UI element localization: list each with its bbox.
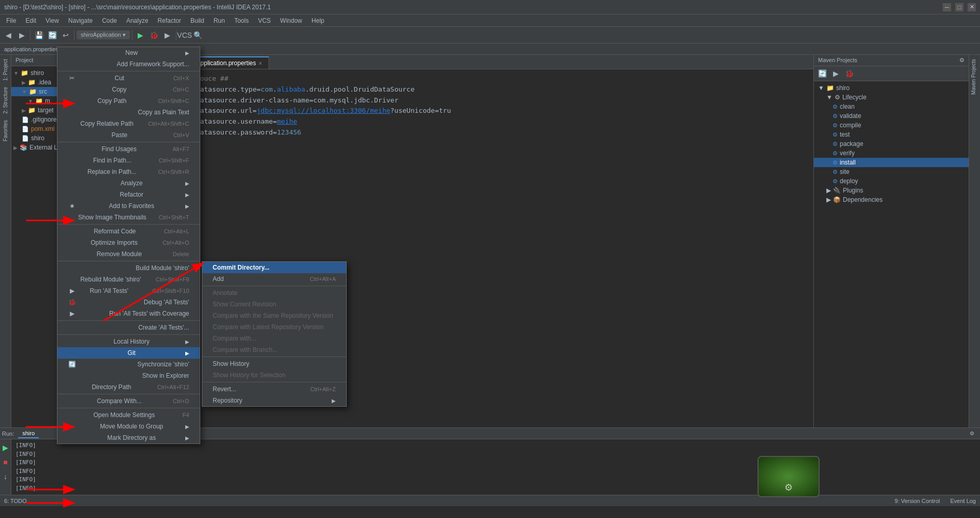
menu-analyze[interactable]: Analyze (122, 16, 153, 25)
stop-btn[interactable]: ■ (0, 456, 12, 468)
ctx-git[interactable]: Git ▶ (57, 347, 200, 359)
ctx-directory-path[interactable]: Directory Path Ctrl+Alt+F12 (57, 381, 200, 393)
ctx-copy[interactable]: Copy Ctrl+C (57, 84, 200, 95)
git-show-history[interactable]: Show History (202, 358, 346, 369)
run-config-selector[interactable]: shiroApplication ▾ (77, 31, 130, 39)
maven-item-validate[interactable]: ⚙ validate (814, 111, 969, 121)
vcs-button[interactable]: VCS (179, 29, 191, 41)
ctx-reformat[interactable]: Reformat Code Ctrl+Alt+L (57, 226, 200, 237)
maven-item-plugins[interactable]: ▶ 🔌 Plugins (814, 186, 969, 195)
ctx-local-history[interactable]: Local History ▶ (57, 336, 200, 347)
menu-refactor[interactable]: Refactor (154, 16, 185, 25)
ctx-copy-plain[interactable]: Copy as Plain Text (57, 107, 200, 118)
ctx-mark-dir[interactable]: Mark Directory as ▶ (57, 432, 200, 443)
ctx-add-favorites[interactable]: ★ Add to Favorites ▶ (57, 200, 200, 212)
maven-item-deps[interactable]: ▶ 📦 Dependencies (814, 195, 969, 204)
tab-project[interactable]: 1: Project (2, 57, 9, 83)
maven-item-test[interactable]: ⚙ test (814, 130, 969, 139)
menu-file[interactable]: File (2, 16, 20, 25)
toolbar-save[interactable]: 💾 (33, 29, 45, 41)
toolbar-sync[interactable]: 🔄 (46, 29, 58, 41)
toolbar-undo[interactable]: ↩ (60, 29, 72, 41)
menu-edit[interactable]: Edit (21, 16, 40, 25)
maven-item-deploy[interactable]: ⚙ deploy (814, 176, 969, 186)
ctx-remove-module[interactable]: Remove Module Delete (57, 248, 200, 260)
menu-navigate[interactable]: Navigate (64, 16, 97, 25)
ctx-find-path[interactable]: Find in Path... Ctrl+Shift+F (57, 155, 200, 166)
menu-vcs[interactable]: VCS (254, 16, 275, 25)
ctx-run-tests[interactable]: ▶ Run 'All Tests' Ctrl+Shift+F10 (57, 285, 200, 297)
maven-item-clean[interactable]: ⚙ clean (814, 102, 969, 111)
tab-properties-close[interactable]: ✕ (258, 61, 262, 66)
ctx-rebuild[interactable]: Rebuild Module 'shiro' Ctrl+Shift+F9 (57, 274, 200, 285)
sync-icon: 🔄 (68, 361, 76, 368)
minimize-button[interactable]: ─ (943, 3, 951, 11)
ctx-paste[interactable]: Paste Ctrl+V (57, 129, 200, 141)
git-add[interactable]: Add Ctrl+Alt+A (202, 273, 346, 285)
tab-structure[interactable]: 2: Structure (2, 85, 9, 116)
maximize-button[interactable]: □ (955, 3, 963, 11)
run-btn[interactable]: ▶ (0, 441, 12, 454)
git-commit-dir[interactable]: Commit Directory... (202, 262, 346, 273)
ctx-refactor[interactable]: Refactor ▶ (57, 189, 200, 200)
menu-view[interactable]: View (41, 16, 63, 25)
ctx-find-usages[interactable]: Find Usages Alt+F7 (57, 143, 200, 155)
todo-tab[interactable]: 6: TODO (4, 498, 27, 504)
ctx-copy-path[interactable]: Copy Path Ctrl+Shift+C (57, 95, 200, 107)
coverage-button[interactable]: ▶ (161, 29, 174, 41)
maven-item-package[interactable]: ⚙ package (814, 139, 969, 149)
scroll-end-btn[interactable]: ↓ (0, 470, 12, 483)
menu-window[interactable]: Window (276, 16, 306, 25)
toolbar-search[interactable]: 🔍 (192, 29, 204, 41)
ctx-shortcut: Ctrl+Shift+R (158, 169, 189, 175)
git-repository[interactable]: Repository ▶ (202, 395, 346, 406)
ctx-new[interactable]: New ▶ (57, 47, 200, 58)
ctx-create-tests[interactable]: Create 'All Tests'... (57, 322, 200, 333)
maven-debug[interactable]: 🐞 (843, 67, 855, 80)
maven-item-lifecycle[interactable]: ▼ ⚙ Lifecycle (814, 93, 969, 102)
ctx-add-framework[interactable]: Add Framework Support... (57, 58, 200, 70)
ctx-optimize[interactable]: Optimize Imports Ctrl+Alt+O (57, 237, 200, 248)
maven-item-site[interactable]: ⚙ site (814, 167, 969, 176)
toolbar-back[interactable]: ◀ (2, 29, 14, 41)
run-panel-settings[interactable]: ⚙ (966, 427, 978, 440)
version-control-tab[interactable]: 9: Version Control (895, 498, 940, 504)
tab-maven-right[interactable]: Maven Projects (969, 55, 980, 99)
submenu-arrow: ▶ (185, 350, 189, 356)
menu-help[interactable]: Help (307, 16, 329, 25)
maven-run[interactable]: ▶ (829, 67, 842, 80)
ctx-label: Build Module 'shiro' (136, 264, 189, 272)
ctx-replace-path[interactable]: Replace in Path... Ctrl+Shift+R (57, 166, 200, 177)
toolbar-forward[interactable]: ▶ (16, 29, 28, 41)
run-button[interactable]: ▶ (135, 29, 147, 41)
ctx-build[interactable]: Build Module 'shiro' (57, 262, 200, 274)
maven-item-compile[interactable]: ⚙ compile (814, 121, 969, 130)
maven-item-verify[interactable]: ⚙ verify (814, 149, 969, 158)
maven-panel-settings[interactable]: ⚙ (959, 57, 964, 64)
debug-button[interactable]: 🐞 (148, 29, 160, 41)
ctx-cut[interactable]: ✂ Cut Ctrl+X (57, 72, 200, 84)
ctx-move-module[interactable]: Move Module to Group ▶ (57, 421, 200, 432)
maven-refresh[interactable]: 🔄 (816, 67, 828, 80)
tab-favorites[interactable]: Favorites (2, 118, 9, 143)
maven-item-install[interactable]: ⚙ install (814, 158, 969, 167)
menu-code[interactable]: Code (98, 16, 121, 25)
ctx-analyze[interactable]: Analyze ▶ (57, 177, 200, 189)
close-button[interactable]: ✕ (968, 3, 976, 11)
ctx-show-image[interactable]: Show Image Thumbnails Ctrl+Shift+T (57, 212, 200, 223)
ctx-synchronize[interactable]: 🔄 Synchronize 'shiro' (57, 359, 200, 370)
git-revert[interactable]: Revert... Ctrl+Alt+Z (202, 383, 346, 395)
ctx-compare-with[interactable]: Compare With... Ctrl+D (57, 395, 200, 407)
maven-item-shiro[interactable]: ▼ 📁 shiro (814, 83, 969, 93)
run-content: [INFO] [INFO] [INFO] [INFO] [INFO] [INFO… (11, 439, 980, 495)
menu-run[interactable]: Run (210, 16, 229, 25)
ctx-open-module[interactable]: Open Module Settings F4 (57, 409, 200, 421)
event-log[interactable]: Event Log (950, 498, 976, 504)
run-tab-shiro[interactable]: shiro (18, 429, 39, 438)
menu-tools[interactable]: Tools (230, 16, 253, 25)
ctx-show-explorer[interactable]: Show in Explorer (57, 370, 200, 381)
ctx-copy-relative[interactable]: Copy Relative Path Ctrl+Alt+Shift+C (57, 118, 200, 129)
ctx-debug-tests[interactable]: 🐞 Debug 'All Tests' (57, 297, 200, 308)
menu-build[interactable]: Build (186, 16, 209, 25)
ctx-coverage-tests[interactable]: ▶ Run 'All Tests' with Coverage (57, 308, 200, 319)
